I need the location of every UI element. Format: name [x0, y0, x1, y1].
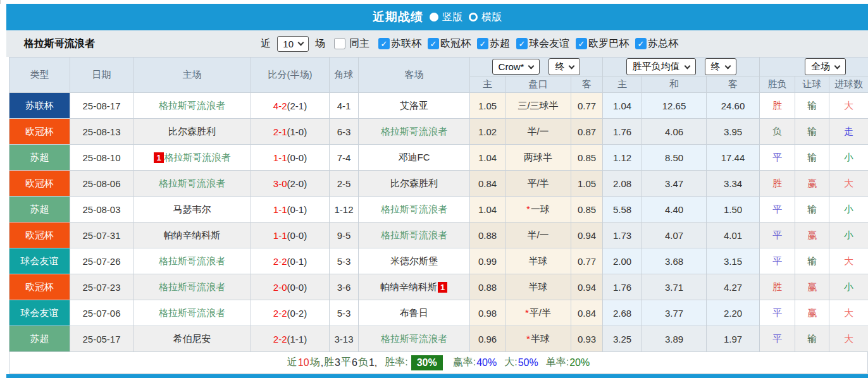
- home-team-cell: 格拉斯哥流浪者: [133, 93, 251, 119]
- col-header-goals: 进球数: [829, 76, 868, 93]
- avg-away-cell: 24.60: [707, 93, 760, 119]
- home-team-name: 马瑟韦尔: [173, 204, 211, 214]
- goals-cell: 小: [829, 274, 868, 300]
- summary-lose-count: 1,: [369, 357, 377, 369]
- summary-win-count: 3: [335, 357, 340, 369]
- halftime-score: (0-1): [287, 256, 307, 267]
- score-cell: 4-2(2-1): [251, 93, 330, 119]
- league-type-cell: 球会友谊: [9, 300, 70, 326]
- scope-select[interactable]: 全场: [805, 58, 846, 75]
- league-checkbox-苏超[interactable]: ✓: [477, 38, 488, 49]
- odds-away-cell: 0.77: [571, 93, 603, 119]
- date-cell: 25-07-26: [70, 248, 133, 274]
- goals-cell: 大: [829, 326, 868, 352]
- league-checkbox-球会友谊[interactable]: ✓: [516, 38, 528, 49]
- radio-vertical-label: 竖版: [442, 11, 462, 24]
- table-row: 球会友谊25-07-26格拉斯哥流浪者2-2(0-1)5-3米德尔斯堡0.99半…: [9, 248, 868, 274]
- red-card-badge: 1: [154, 152, 163, 163]
- avg-type-select[interactable]: 胜平负均值: [626, 58, 696, 75]
- odds-handicap-cell: 半/一: [505, 223, 571, 248]
- handicap-text: 一球: [531, 204, 550, 214]
- league-checkbox-欧冠杯[interactable]: ✓: [428, 38, 439, 49]
- col-header-handicap-result: 让球: [795, 76, 829, 93]
- league-type-cell: 欧冠杯: [9, 171, 70, 197]
- bookmaker-select-value: Crow*: [499, 61, 524, 72]
- goals-cell: 大: [829, 300, 868, 326]
- avg-draw-cell: 3.71: [642, 274, 707, 300]
- table-row: 欧冠杯25-07-31帕纳辛纳科斯1-1(0-0)9-5格拉斯哥流浪者0.88半…: [9, 223, 868, 248]
- match-count-select[interactable]: 10: [277, 36, 309, 52]
- date-cell: 25-07-06: [70, 300, 133, 326]
- handicap-result-cell: 赢: [795, 300, 829, 326]
- chevron-down-icon: [834, 63, 841, 69]
- summary-single-rate: 20%: [569, 357, 590, 369]
- odds-stage-value: 终: [555, 61, 564, 73]
- chevron-down-icon: [298, 40, 304, 46]
- league-checkbox-label: 欧冠杯: [440, 37, 471, 51]
- league-checkbox-label: 欧罗巴杯: [588, 37, 629, 51]
- odds-away-cell: 0.84: [571, 300, 603, 326]
- bookmaker-select[interactable]: Crow*: [492, 59, 540, 75]
- halftime-score: (1-1): [287, 334, 307, 344]
- handicap-result-cell: 输: [795, 248, 829, 274]
- fulltime-score: 2-1: [273, 126, 287, 137]
- home-team-name: 格拉斯哥流浪者: [159, 100, 225, 111]
- same-home-checkbox[interactable]: [334, 38, 345, 49]
- date-cell: 25-07-31: [70, 223, 133, 248]
- radio-unselected-icon[interactable]: [469, 13, 478, 21]
- date-cell: 25-08-17: [70, 93, 133, 119]
- home-team-name: 比尔森胜利: [168, 126, 216, 137]
- layout-radio-horizontal[interactable]: 横版: [469, 11, 502, 24]
- league-checkbox-label: 苏总杯: [648, 37, 678, 51]
- summary-near-count: 10: [298, 357, 309, 369]
- radio-selected-icon[interactable]: [430, 13, 438, 21]
- handicap-text: 半球: [529, 255, 548, 266]
- score-cell: 2-1(1-0): [251, 119, 330, 145]
- odds-stage-select[interactable]: 终: [549, 58, 580, 75]
- score-cell: 1-1(0-0): [251, 145, 330, 171]
- date-cell: 25-05-17: [70, 326, 133, 352]
- bottom-strip: [6, 374, 868, 378]
- result-cell: 胜: [760, 93, 795, 119]
- avg-away-cell: 3.15: [707, 248, 760, 274]
- odds-away-cell: 1.05: [571, 171, 603, 197]
- goals-cell: 小: [829, 145, 868, 171]
- home-team-name: 格拉斯哥流浪者: [164, 152, 231, 162]
- avg-draw-cell: 12.65: [642, 93, 707, 119]
- away-team-name: 格拉斯哥流浪者: [381, 229, 447, 240]
- league-type-cell: 苏超: [9, 326, 70, 352]
- table-row: 苏超25-08-03马瑟韦尔1-1(0-1)1-12格拉斯哥流浪者1.04*一球…: [9, 197, 868, 223]
- avg-home-cell: 5.58: [603, 197, 642, 223]
- summary-big-rate: 50%: [518, 357, 538, 369]
- goals-cell: 大: [829, 93, 868, 119]
- avg-stage-select[interactable]: 终: [705, 58, 736, 75]
- league-checkbox-欧罗巴杯[interactable]: ✓: [576, 38, 587, 49]
- away-team-name: 比尔森胜利: [390, 178, 438, 188]
- scope-select-group: 全场: [760, 58, 868, 76]
- table-row: 苏超25-05-17希伯尼安2-2(1-1)3-13格拉斯哥流浪者0.96*半球…: [9, 326, 868, 352]
- avg-draw-cell: 3.77: [642, 300, 707, 326]
- score-cell: 3-0(2-0): [251, 171, 330, 197]
- home-team-name: 格拉斯哥流浪者: [159, 307, 225, 318]
- league-checkbox-苏联杯[interactable]: ✓: [378, 38, 390, 49]
- home-team-cell: 希伯尼安: [133, 326, 251, 352]
- league-type-cell: 球会友谊: [9, 248, 70, 274]
- page: 近期战绩 竖版 横版 格拉斯哥流浪者 近 10 场 同主 ✓苏联杯✓欧冠杯✓苏超…: [0, 0, 868, 378]
- result-cell: 平: [760, 197, 795, 223]
- team-name: 格拉斯哥流浪者: [24, 37, 95, 51]
- league-type-cell: 苏超: [9, 145, 70, 171]
- summary-win-rate-label: 胜率:: [385, 356, 407, 369]
- layout-radio-vertical[interactable]: 竖版: [430, 11, 462, 24]
- away-team-cell: 米德尔斯堡: [359, 248, 470, 274]
- odds-away-cell: 0.85: [571, 197, 603, 223]
- away-team-cell: 布鲁日: [359, 300, 470, 326]
- home-team-name: 帕纳辛纳科斯: [164, 229, 221, 240]
- handicap-result-cell: 赢: [795, 171, 829, 197]
- score-cell: 2-2(0-2): [251, 300, 330, 326]
- summary-win-odds: 40%: [476, 357, 497, 369]
- odds-handicap-cell: 半球: [505, 248, 571, 274]
- corner-cell: 6-3: [330, 119, 359, 145]
- fulltime-score: 1-1: [273, 230, 287, 241]
- league-checkbox-苏总杯[interactable]: ✓: [635, 38, 647, 49]
- fulltime-score: 2-2: [273, 334, 287, 344]
